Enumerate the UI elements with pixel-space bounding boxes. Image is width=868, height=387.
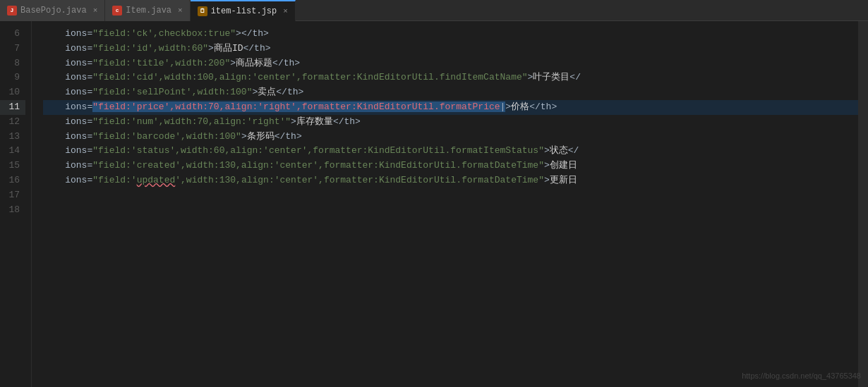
tab-bar: J BasePojo.java × c Item.java × 🗒 item-l…	[0, 0, 868, 21]
line-number-13: 13	[0, 130, 25, 145]
line-number-14: 14	[0, 144, 25, 159]
tab-item-list[interactable]: 🗒 item-list.jsp ×	[191, 0, 296, 21]
code-line-13: ions="field:'barcode',width:100">条形码</th…	[43, 130, 858, 145]
code-line-7: ions="field:'id',width:60">商品ID</th>	[43, 42, 858, 56]
line-number-10: 10	[0, 85, 25, 100]
scrollbar[interactable]	[858, 21, 868, 387]
code-line-11: ions="field:'price',width:70,align:'righ…	[43, 100, 858, 115]
tab-label: Item.java	[126, 6, 171, 16]
code-line-17	[43, 188, 858, 203]
code-line-10: ions="field:'sellPoint',width:100">卖点</t…	[43, 85, 858, 100]
code-line-16: ions="field:'updated',width:130,align:'c…	[43, 173, 858, 188]
jsp-icon: 🗒	[198, 6, 207, 16]
close-icon[interactable]: ×	[178, 6, 183, 15]
code-line-15: ions="field:'created',width:130,align:'c…	[43, 159, 858, 173]
line-number-16: 16	[0, 173, 25, 188]
watermark: https://blog.csdn.net/qq_43765348	[742, 371, 861, 380]
java-icon: J	[7, 6, 17, 16]
line-numbers: 6 7 8 9 10 11 12 13 14 15 16 17 18	[0, 21, 32, 387]
line-number-15: 15	[0, 159, 25, 173]
code-area[interactable]: ions="field:'ck',checkbox:true"></th> io…	[32, 21, 858, 387]
line-number-17: 17	[0, 188, 25, 203]
tab-base-pojo[interactable]: J BasePojo.java ×	[0, 0, 105, 21]
tab-label: item-list.jsp	[211, 6, 277, 16]
java-icon: c	[112, 6, 122, 16]
line-number-8: 8	[0, 56, 25, 71]
line-number-7: 7	[0, 42, 25, 56]
close-icon[interactable]: ×	[93, 6, 98, 15]
line-number-12: 12	[0, 115, 25, 130]
tab-item-java[interactable]: c Item.java ×	[105, 0, 190, 21]
code-line-18	[43, 203, 858, 218]
line-number-18: 18	[0, 203, 25, 218]
close-icon[interactable]: ×	[283, 7, 288, 16]
code-line-12: ions="field:'num',width:70,align:'right'…	[43, 115, 858, 130]
code-line-6: ions="field:'ck',checkbox:true"></th>	[43, 27, 858, 42]
line-number-11: 11	[0, 100, 25, 115]
code-line-9: ions="field:'cid',width:100,align:'cente…	[43, 70, 858, 85]
code-line-14: ions="field:'status',width:60,align:'cen…	[43, 144, 858, 159]
tab-label: BasePojo.java	[20, 6, 87, 16]
line-number-6: 6	[0, 27, 25, 42]
code-line-8: ions="field:'title',width:200">商品标题</th>	[43, 56, 858, 71]
line-number-9: 9	[0, 70, 25, 85]
editor-container: 6 7 8 9 10 11 12 13 14 15 16 17 18 ions=…	[0, 21, 868, 387]
